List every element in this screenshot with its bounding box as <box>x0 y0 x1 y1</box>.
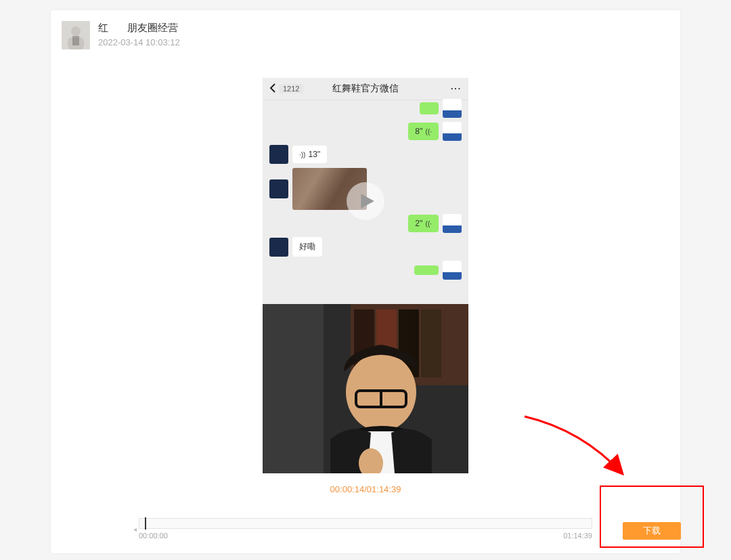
voice-msg <box>414 265 439 275</box>
timeline-track[interactable] <box>139 518 592 529</box>
voice-msg: ·))13'' <box>292 146 327 163</box>
avatar-icon <box>269 238 288 257</box>
text-msg: 好嘞 <box>292 237 322 257</box>
video-frame-webcam <box>263 304 468 473</box>
svg-rect-5 <box>263 304 324 473</box>
timeline-handle[interactable] <box>145 517 146 530</box>
download-button[interactable]: 下载 <box>623 522 681 540</box>
voice-msg: 8''((· <box>408 123 439 140</box>
video-timecode: 00:00:14/01:14:39 <box>330 484 401 494</box>
avatar-icon <box>269 145 288 164</box>
more-icon: ··· <box>451 84 462 93</box>
post-timestamp: 2022-03-14 10:03:12 <box>98 37 180 47</box>
timeline-end: 01:14:39 <box>563 532 592 540</box>
voice-msg <box>420 102 439 114</box>
post-header: 红朋友圈经营 2022-03-14 10:03:12 <box>62 21 180 49</box>
chevron-left-icon[interactable]: ◂ <box>131 518 139 540</box>
avatar-icon <box>443 261 462 280</box>
timeline[interactable]: ◂ 00:00:00 01:14:39 <box>139 518 592 540</box>
avatar-icon <box>443 214 462 233</box>
svg-rect-10 <box>421 309 441 377</box>
post-title: 红朋友圈经营 <box>98 21 180 35</box>
play-icon[interactable] <box>347 182 384 220</box>
video-player[interactable]: 1212 红舞鞋官方微信 ··· 8''((· <box>263 78 468 473</box>
chat-title: 红舞鞋官方微信 <box>263 83 468 95</box>
avatar-icon <box>269 179 288 198</box>
avatar-icon <box>443 122 462 141</box>
timeline-start: 00:00:00 <box>139 532 168 540</box>
poster-avatar <box>62 21 90 49</box>
svg-rect-3 <box>72 36 79 45</box>
download-highlight: 下载 <box>600 486 704 548</box>
video-frame-chat: 1212 红舞鞋官方微信 ··· 8''((· <box>263 78 468 304</box>
avatar-icon <box>443 99 462 118</box>
voice-msg: 2''((· <box>408 215 439 232</box>
post-card: 红朋友圈经营 2022-03-14 10:03:12 1212 红舞鞋官方微信 … <box>51 10 680 553</box>
svg-point-1 <box>71 26 81 36</box>
